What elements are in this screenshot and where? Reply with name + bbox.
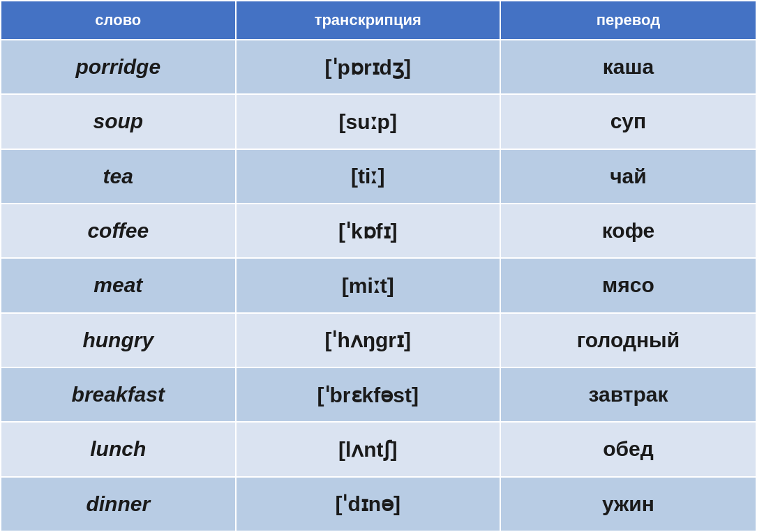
table-row: hungry[ˈhʌŋgrɪ]голодный <box>1 313 756 367</box>
table-row: soup[suːp]суп <box>1 94 756 149</box>
word-cell: soup <box>1 94 236 149</box>
translation-cell: обед <box>500 422 756 476</box>
table-row: meat[miːt]мясо <box>1 258 756 312</box>
transcription-cell: [ˈkɒfɪ] <box>236 204 500 258</box>
translation-cell: голодный <box>500 313 756 367</box>
word-cell: lunch <box>1 422 236 476</box>
word-cell: meat <box>1 258 236 312</box>
translation-cell: суп <box>500 94 756 149</box>
table-row: lunch[lʌntʃ]обед <box>1 422 756 476</box>
transcription-column-header: транскрипция <box>236 1 500 40</box>
word-cell: porridge <box>1 40 236 94</box>
translation-column-header: перевод <box>500 1 756 40</box>
word-cell: coffee <box>1 204 236 258</box>
transcription-cell: [suːp] <box>236 94 500 149</box>
word-cell: dinner <box>1 477 236 531</box>
transcription-cell: [ˈdɪnə] <box>236 477 500 531</box>
transcription-cell: [ˈhʌŋgrɪ] <box>236 313 500 367</box>
vocabulary-table: слово транскрипция перевод porridge[ˈpɒr… <box>0 0 757 532</box>
translation-cell: каша <box>500 40 756 94</box>
table-row: coffee[ˈkɒfɪ]кофе <box>1 204 756 258</box>
transcription-cell: [ˈbrɛkfəst] <box>236 367 500 422</box>
table-row: tea[tiː]чай <box>1 149 756 204</box>
translation-cell: чай <box>500 149 756 204</box>
table-row: porridge[ˈpɒrɪdʒ]каша <box>1 40 756 94</box>
transcription-cell: [tiː] <box>236 149 500 204</box>
vocabulary-table-container: слово транскрипция перевод porridge[ˈpɒr… <box>0 0 757 532</box>
transcription-cell: [lʌntʃ] <box>236 422 500 476</box>
word-cell: tea <box>1 149 236 204</box>
table-row: breakfast[ˈbrɛkfəst]завтрак <box>1 367 756 422</box>
word-column-header: слово <box>1 1 236 40</box>
translation-cell: завтрак <box>500 367 756 422</box>
translation-cell: ужин <box>500 477 756 531</box>
transcription-cell: [ˈpɒrɪdʒ] <box>236 40 500 94</box>
translation-cell: мясо <box>500 258 756 312</box>
word-cell: breakfast <box>1 367 236 422</box>
translation-cell: кофе <box>500 204 756 258</box>
word-cell: hungry <box>1 313 236 367</box>
table-row: dinner[ˈdɪnə]ужин <box>1 477 756 531</box>
header-row: слово транскрипция перевод <box>1 1 756 40</box>
transcription-cell: [miːt] <box>236 258 500 312</box>
